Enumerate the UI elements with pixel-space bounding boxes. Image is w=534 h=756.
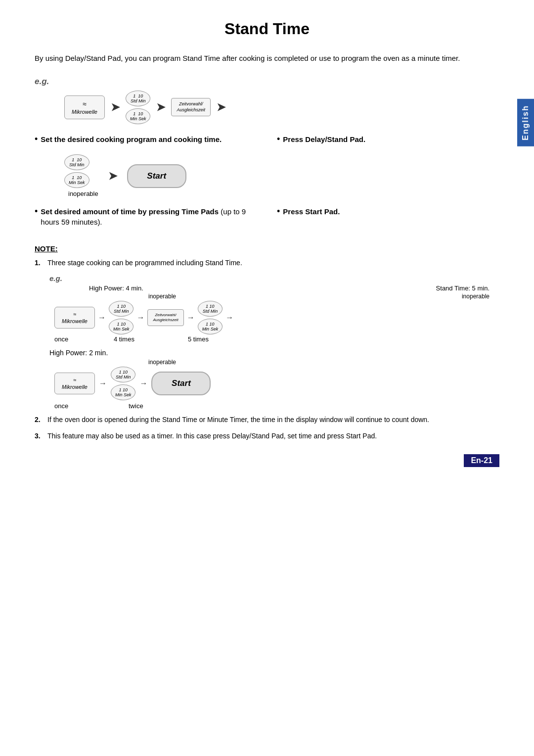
note-item-1: 1. Three stage cooking can be programmed… <box>35 258 499 268</box>
mikrowelle-btn: ≈ Mikrowelle <box>64 95 105 119</box>
bullet-col-left-1: • Set the desired cooking program and co… <box>35 134 257 145</box>
tp-2s-1: 1 10 Std Min 1 10 Min Sek <box>111 367 136 400</box>
second-mini-diagram: ≈ Mikrowelle → 1 10 Std Min 1 10 Min Sek… <box>54 367 499 400</box>
bullet-col-right-1: • Press Delay/Stand Pad. <box>277 134 499 145</box>
start-btn-2: Start <box>151 372 211 395</box>
note-item-3: 3. This feature may also be used as a ti… <box>35 431 499 441</box>
top-diagram-row: ≈ Mikrowelle ➤ 1 10 Std Min 1 10 Min Sek… <box>64 91 499 124</box>
once-label: once <box>49 335 94 343</box>
bullet-item-1: • Set the desired cooking program and co… <box>35 134 257 145</box>
bullet-col-left-2: • Set desired amount of time by pressing… <box>35 206 257 227</box>
bullet-section-2: • Set desired amount of time by pressing… <box>35 206 499 227</box>
inoperable-label-mid: inoperable <box>68 190 98 197</box>
time-pair-2-wrapper: 1 10 Std Min 1 10 Min Sek inoperable <box>64 154 98 197</box>
s1-std-min: 1 10 Std Min <box>109 301 134 317</box>
page-title: Stand Time <box>35 20 499 38</box>
wave-icon-3: ≈ <box>73 377 76 383</box>
bullet-section-1: • Set the desired cooking program and co… <box>35 134 499 145</box>
bullet-col-right-2: • Press Start Pad. <box>277 206 499 217</box>
arr-s3: → <box>187 313 195 322</box>
zeitvorwahl-btn: Zeitvorwahl/Ausgleichszeit <box>171 98 211 116</box>
times-labels-row: once 4 times 5 times <box>49 335 499 343</box>
note-heading: NOTE: <box>35 244 499 253</box>
arr-s2: → <box>136 313 144 322</box>
note-section: NOTE: 1. Three stage cooking can be prog… <box>35 244 499 441</box>
std-min-btn-2: 1 10 Std Min <box>64 154 89 170</box>
inoperable-labels-row: inoperable inoperable <box>148 293 490 300</box>
page-content: English Stand Time By using Delay/Stand … <box>0 0 534 477</box>
once-twice-row: once twice <box>49 402 499 410</box>
bullet-item-3: • Set desired amount of time by pressing… <box>35 206 257 227</box>
once-label-2: once <box>49 402 94 410</box>
arr-s1: → <box>98 313 106 322</box>
eg-label: e.g. <box>35 77 499 87</box>
wave-icon-2: ≈ <box>73 311 76 317</box>
bullet-item-2: • Press Delay/Stand Pad. <box>277 134 499 145</box>
time-pair-1: 1 10 Std Min 1 10 Min Sek <box>126 91 151 124</box>
tp-stage-1: 1 10 Std Min 1 10 Min Sek <box>109 301 134 334</box>
std-min-btn: 1 10 Std Min <box>126 91 151 106</box>
wave-icon: ≈ <box>83 100 87 108</box>
zeit-stage: Zeitvorwahl/Ausgleichszeit <box>147 309 183 327</box>
mik-btn-2: ≈ Mikrowelle <box>54 373 95 394</box>
mik-btn-stage: ≈ Mikrowelle <box>54 307 95 329</box>
arrow3: ➤ <box>217 101 225 114</box>
eg-sub: e.g. High Power: 4 min. Stand Time: 5 mi… <box>49 274 499 410</box>
mikrowelle-label: Mikrowelle <box>72 109 97 115</box>
arrow-mid: ➤ <box>108 170 117 183</box>
inoperable-label-1: inoperable <box>148 293 176 300</box>
arr-2s2: → <box>139 379 147 388</box>
stage-labels-row: High Power: 4 min. Stand Time: 5 min. <box>89 284 490 292</box>
arr-2s1: → <box>99 379 107 388</box>
high-power-4-label: High Power: 4 min. <box>89 284 143 292</box>
inoperable-label-2: inoperable <box>462 293 490 300</box>
min-sek-btn: 1 10 Min Sek <box>126 108 151 124</box>
start-btn: Start <box>127 164 186 188</box>
page-number: En-21 <box>464 454 499 467</box>
note-item-2: 2. If the oven door is opened during the… <box>35 415 499 425</box>
stand-time-5-label: Stand Time: 5 min. <box>436 284 490 292</box>
s1-min-sek: 1 10 Min Sek <box>109 319 134 334</box>
twice-label: twice <box>94 402 143 410</box>
high-power-2-label: High Power: 2 min. <box>49 349 499 357</box>
arrow2: ➤ <box>156 101 165 114</box>
inoperable-label-3: inoperable <box>148 359 499 366</box>
arr-s4: → <box>225 313 233 322</box>
three-stage-row: ≈ Mikrowelle → 1 10 Std Min 1 10 Min Sek… <box>54 301 494 334</box>
2s-std-min: 1 10 Std Min <box>111 367 136 382</box>
side-tab: English <box>517 99 534 146</box>
five-times-label: 5 times <box>173 335 232 343</box>
min-sek-btn-2: 1 10 Min Sek <box>64 172 89 188</box>
middle-diagram: 1 10 Std Min 1 10 Min Sek inoperable ➤ S… <box>64 154 499 197</box>
time-pair-2: 1 10 Std Min 1 10 Min Sek <box>64 154 89 188</box>
bullet-item-4: • Press Start Pad. <box>277 206 499 217</box>
s2-std-min: 1 10 Std Min <box>198 301 223 317</box>
intro-text: By using Delay/Stand Pad, you can progra… <box>35 53 499 64</box>
tp-stage-2: 1 10 Std Min 1 10 Min Sek <box>198 301 223 334</box>
s2-min-sek: 1 10 Min Sek <box>198 319 223 334</box>
arrow1: ➤ <box>111 101 120 114</box>
four-times-label: 4 times <box>94 335 173 343</box>
2s-min-sek: 1 10 Min Sek <box>111 384 136 400</box>
